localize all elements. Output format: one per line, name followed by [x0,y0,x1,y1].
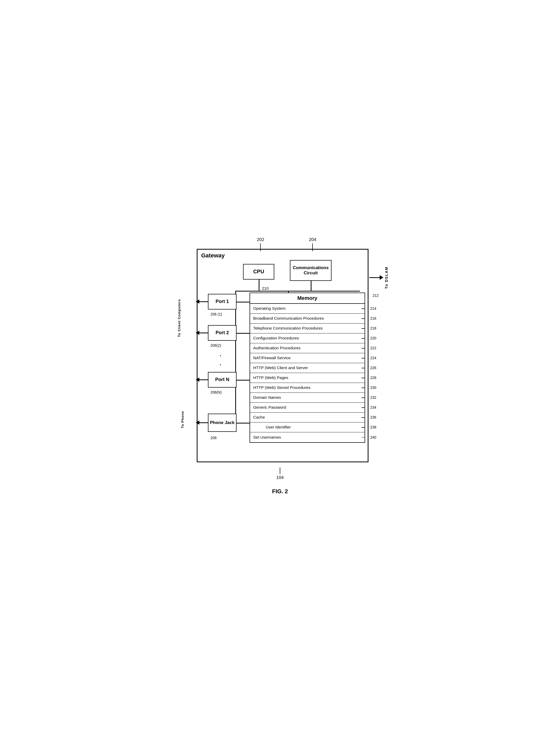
memory-section: Memory Operating System214Broadband Comm… [250,293,365,443]
port2-ref: 206(2) [211,343,221,347]
fig-label: FIG. 2 [181,488,379,495]
memory-row-label: Configuration Procedures [253,336,299,340]
gateway-label: Gateway [201,252,225,259]
memory-row: Operating System214 [250,304,365,314]
memory-row: NAT/Firewall Service224 [250,353,365,363]
page: Gateway 202 204 To DSLAM To Client Compu… [181,228,379,505]
mem-ref-line [361,388,365,388]
mem-ref-number: 238 [370,425,376,429]
mem-ref-line [361,348,365,349]
ref-202-group: 202 [257,237,264,251]
memory-row-label: Cache [253,415,265,420]
memory-row: Configuration Procedures220 [250,333,365,343]
port1-label: Port 1 [215,299,229,304]
ref-210-label: 210 [262,286,269,290]
comms-label: Communications Circuit [290,265,331,276]
memory-row-label: Broadband Communication Procedures [253,316,324,321]
memory-row: Set Usernames240 [250,432,365,442]
ref-202-label: 202 [257,237,264,242]
mem-ref-number: 228 [370,376,376,380]
to-dslam-label: To DSLAM [384,267,389,289]
mem-ref-number: 224 [370,356,376,360]
memory-row: HTTP (Web) Client and Server226 [250,363,365,373]
memory-row-label: Generic Password [253,405,286,410]
memory-row-label: User Identifier [266,425,291,429]
mem-ref-number: 240 [370,435,376,439]
portn-ref: 206(N) [211,390,222,394]
bus-line [235,291,360,292]
ref-104-group: 104 [181,467,379,480]
portn-box: Port N [208,372,237,388]
mem-ref-number: 214 [370,306,376,311]
phone-jack-ref: 208 [211,436,217,440]
port2-arrow [199,332,208,333]
mem-ref-line [361,328,365,329]
port1-ref: 206 (1) [211,312,222,316]
mem-ref-number: 230 [370,386,376,390]
cpu-label: CPU [253,269,264,275]
gateway-box: Gateway 202 204 To DSLAM To Client Compu… [197,249,368,462]
memory-row-label: Authentication Procedures [253,346,301,350]
mem-ref-number: 216 [370,316,376,320]
memory-header: Memory [250,293,365,304]
port2-box: Port 2 [208,325,237,341]
mem-ref-line [361,437,365,438]
mem-ref-line [361,368,365,368]
memory-row: Cache236 [250,413,365,422]
mem-ref-number: 234 [370,405,376,409]
phone-jack-box: Phone Jack [208,414,237,432]
ref-204-label: 204 [309,237,316,242]
ref-212-label: 212 [373,293,379,298]
mem-ref-line [361,358,365,358]
memory-row-label: HTTP (Web) Client and Server [253,365,308,370]
mem-ref-line [361,427,365,428]
to-phone-group: To Phone [181,411,184,429]
mem-ref-number: 236 [370,415,376,419]
memory-row: Telephone Communication Procedures218 [250,324,365,333]
portn-label: Port N [215,377,229,382]
memory-row-label: HTTP (Web) Pages [253,375,288,380]
memory-row: Domain Names232 [250,393,365,403]
memory-row-label: HTTP (Web) Stored Procedures [253,385,310,390]
cpu-box: CPU [243,264,274,280]
ref-204-group: 204 [309,237,316,251]
dslam-group: To DSLAM [369,267,389,289]
to-client-group: To Client Computers [177,299,181,338]
mem-ref-number: 232 [370,395,376,400]
phone-jack-label: Phone Jack [210,420,235,425]
mem-ref-line [361,397,365,398]
diagram-container: Gateway 202 204 To DSLAM To Client Compu… [181,228,379,505]
memory-row-label: NAT/Firewall Service [253,356,291,360]
to-client-label: To Client Computers [177,299,181,337]
portn-arrow [199,379,208,380]
to-phone-label: To Phone [181,411,184,428]
port1-arrow [199,301,208,302]
ref-104-label: 104 [181,475,379,480]
comms-to-bus-line [311,281,311,291]
memory-row: HTTP (Web) Pages228 [250,373,365,383]
mem-ref-line [361,308,365,309]
memory-row: HTTP (Web) Stored Procedures230 [250,383,365,393]
memory-row-label: Operating System [253,306,285,311]
mem-ref-line [361,338,365,339]
mem-ref-number: 222 [370,346,376,350]
port1-box: Port 1 [208,294,237,309]
memory-row: Broadband Communication Procedures216 [250,314,365,324]
mem-ref-line [361,407,365,408]
mem-ref-line [361,378,365,378]
comms-circuit-box: Communications Circuit [290,260,332,281]
phone-jack-hline [237,423,251,424]
memory-row-label: Telephone Communication Procedures [253,326,323,331]
port2-label: Port 2 [215,330,229,336]
memory-row-label: Set Usernames [253,435,281,440]
mem-ref-line [361,318,365,319]
memory-row: Generic Password234 [250,403,365,413]
memory-row: Authentication Procedures222 [250,343,365,353]
mem-ref-number: 220 [370,336,376,340]
mem-ref-number: 226 [370,366,376,370]
phone-jack-arrow [199,422,208,423]
cpu-to-bus-line [259,280,259,291]
mem-ref-line [361,417,365,418]
memory-row: User Identifier238 [250,422,365,432]
memory-row-label: Domain Names [253,395,281,400]
